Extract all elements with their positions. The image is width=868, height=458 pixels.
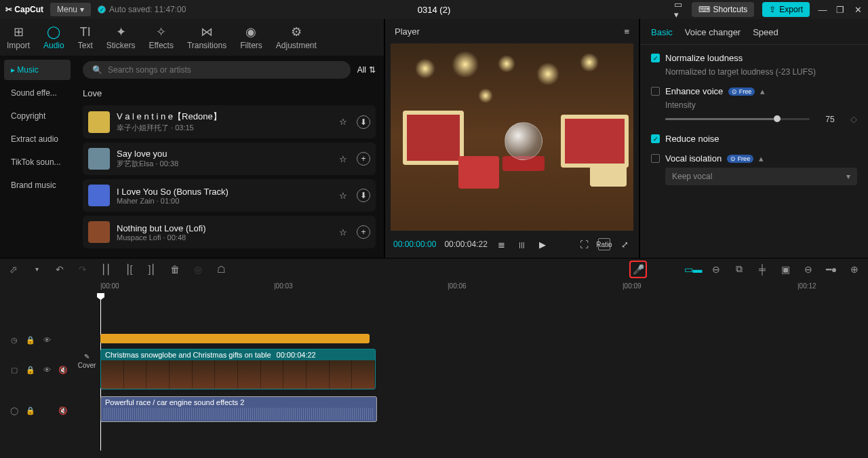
hamburger-icon[interactable]: ≡ (624, 26, 629, 37)
filter-all-button[interactable]: All ⇅ (357, 65, 376, 75)
split-icon[interactable]: ⎮⎮ (99, 263, 113, 276)
maximize-icon[interactable]: ❐ (835, 5, 845, 14)
clock-icon[interactable]: ◷ (9, 335, 19, 345)
tab-import[interactable]: ⊞Import (0, 23, 37, 52)
section-title: Love (83, 88, 376, 98)
record-voiceover-icon[interactable]: 🎤 (629, 261, 647, 278)
intensity-slider[interactable] (665, 118, 810, 120)
play-icon[interactable]: ▶ (536, 238, 549, 250)
audio-track-icon[interactable]: ◯ (9, 406, 19, 415)
inspector-tab-basic[interactable]: Basic (651, 27, 673, 37)
preview-axis-icon[interactable]: ▣ (778, 263, 792, 276)
ratio-button[interactable]: Ratio (598, 238, 610, 250)
tab-effects[interactable]: ✧Effects (142, 23, 180, 52)
cover-button[interactable]: ✎ Cover (76, 353, 98, 369)
song-thumb (88, 185, 110, 206)
song-row[interactable]: Say love you罗艺歆Elsa · 00:38☆+ (83, 142, 376, 175)
song-row[interactable]: V a l e n t i n e【Redone】幸子小姐拜托了 · 03:15… (83, 105, 376, 138)
align-icon[interactable]: ╪ (755, 263, 769, 276)
redo-icon[interactable]: ↷ (76, 263, 90, 276)
zoom-out-icon[interactable]: ⊖ (802, 263, 815, 276)
favorite-icon[interactable]: ☆ (336, 189, 350, 202)
sidebar-item-tiktok[interactable]: TikTok soun... (4, 152, 71, 172)
video-track-icon[interactable]: ▢ (9, 365, 19, 375)
marker-icon[interactable]: ☖ (214, 263, 228, 276)
favorite-icon[interactable]: ☆ (336, 115, 350, 129)
preview-viewport[interactable] (391, 43, 633, 231)
scan-icon[interactable]: ⛶ (578, 238, 590, 250)
sidebar-item-copyright[interactable]: Copyright (4, 106, 71, 126)
tab-transitions[interactable]: ⋈Transitions (180, 23, 233, 52)
inspector-tab-voice[interactable]: Voice changer (685, 27, 741, 37)
favorite-icon[interactable]: ☆ (336, 152, 350, 166)
search-box[interactable]: 🔍 (83, 61, 351, 79)
timeline-ruler[interactable]: |00:00|00:03|00:06|00:09|00:12 (71, 280, 868, 294)
song-thumb (88, 221, 110, 243)
transitions-icon: ⋈ (201, 24, 213, 39)
zoom-in-icon[interactable]: ⊕ (848, 263, 861, 276)
fullscreen-icon[interactable]: ⤢ (618, 238, 631, 250)
crop-icon[interactable]: ◎ (191, 263, 205, 276)
lock-icon[interactable]: 🔒 (26, 406, 35, 415)
inspector-tab-speed[interactable]: Speed (753, 27, 778, 37)
sidebar-item-extract[interactable]: Extract audio (4, 129, 71, 149)
download-icon[interactable]: ⬇ (357, 115, 370, 129)
player-controls: 00:00:00:00 00:00:04:22 ≣ ⫼ ▶ ⛶ Ratio ⤢ (385, 231, 639, 258)
vocal-select[interactable]: Keep vocal▾ (665, 168, 857, 185)
split-right-icon[interactable]: ]⎮ (145, 263, 159, 276)
lock-icon[interactable]: 🔒 (26, 365, 35, 375)
video-clip[interactable]: Christmas snowglobe and Christmas gifts … (100, 349, 376, 389)
download-icon[interactable]: ⬇ (357, 189, 370, 202)
tab-text[interactable]: TIText (71, 23, 100, 52)
keyframe-icon[interactable]: ◇ (850, 114, 857, 124)
chevron-up-icon[interactable]: ▴ (760, 86, 765, 96)
zoom-slider[interactable]: ━● (825, 263, 838, 276)
close-icon[interactable]: ✕ (853, 5, 863, 14)
song-row[interactable]: I Love You So (Bonus Track)Maher Zain · … (83, 179, 376, 212)
reduce-noise-checkbox[interactable]: ✓ (651, 134, 660, 143)
tab-adjustment[interactable]: ⚙Adjustment (269, 23, 323, 52)
chevron-up-icon[interactable]: ▴ (759, 153, 764, 164)
minimize-icon[interactable]: — (818, 5, 827, 14)
undo-icon[interactable]: ↶ (53, 263, 66, 276)
sidebar-item-soundeff[interactable]: Sound effe... (4, 83, 71, 103)
tab-stickers[interactable]: ✦Stickers (100, 23, 142, 52)
add-icon[interactable]: + (357, 152, 370, 166)
vocal-checkbox[interactable] (651, 154, 660, 163)
ruler-tick: |00:03 (274, 282, 293, 290)
eye-icon[interactable]: 👁 (42, 365, 52, 375)
eye-icon[interactable]: 👁 (42, 335, 52, 345)
split-left-icon[interactable]: ⎮[ (122, 263, 136, 276)
lock-icon[interactable]: 🔒 (26, 335, 35, 345)
mute-icon[interactable]: 🔇 (58, 406, 68, 415)
audio-clip[interactable]: Powerful race / car engine sound effects… (100, 396, 377, 422)
song-title: V a l e n t i n e【Redone】 (117, 111, 330, 123)
add-icon[interactable]: + (357, 225, 370, 239)
tab-audio[interactable]: ◯Audio (37, 23, 71, 52)
normalize-checkbox[interactable]: ✓ (651, 54, 660, 62)
search-input[interactable] (108, 65, 341, 75)
list-icon[interactable]: ≣ (496, 238, 508, 250)
tab-filters[interactable]: ◉Filters (233, 23, 269, 52)
player-title: Player (395, 26, 420, 37)
song-row[interactable]: Nothing but Love (Lofi)Muspace Lofi · 00… (83, 216, 376, 248)
sidebar-item-music[interactable]: Music (4, 60, 71, 80)
stickers-icon: ✦ (116, 24, 126, 39)
toggle-thumb-icon[interactable]: ▭▬ (686, 263, 700, 276)
columns-icon[interactable]: ⫼ (516, 238, 528, 250)
sidebar-item-brand[interactable]: Brand music (4, 175, 71, 195)
delete-icon[interactable]: 🗑 (168, 263, 182, 276)
pointer-icon[interactable]: ⬀ (7, 263, 20, 276)
chevron-down-icon[interactable]: ▾ (30, 263, 43, 276)
overlay-clip[interactable] (100, 334, 370, 343)
export-button[interactable]: ⇪Export (762, 2, 810, 17)
magnet-icon[interactable]: ⊖ (709, 263, 723, 276)
mute-icon[interactable]: 🔇 (58, 365, 68, 375)
link-icon[interactable]: ⧉ (732, 263, 746, 276)
shortcuts-button[interactable]: ⌨Shortcuts (692, 2, 755, 17)
timeline-toolbar: ⬀ ▾ ↶ ↷ ⎮⎮ ⎮[ ]⎮ 🗑 ◎ ☖ 🎤 ▭▬ ⊖ ⧉ ╪ ▣ ⊖ ━●… (0, 258, 868, 280)
favorite-icon[interactable]: ☆ (336, 225, 350, 239)
layout-icon[interactable]: ▭ ▾ (674, 5, 684, 14)
menu-button[interactable]: Menu ▾ (50, 3, 91, 16)
enhance-checkbox[interactable] (651, 87, 660, 96)
